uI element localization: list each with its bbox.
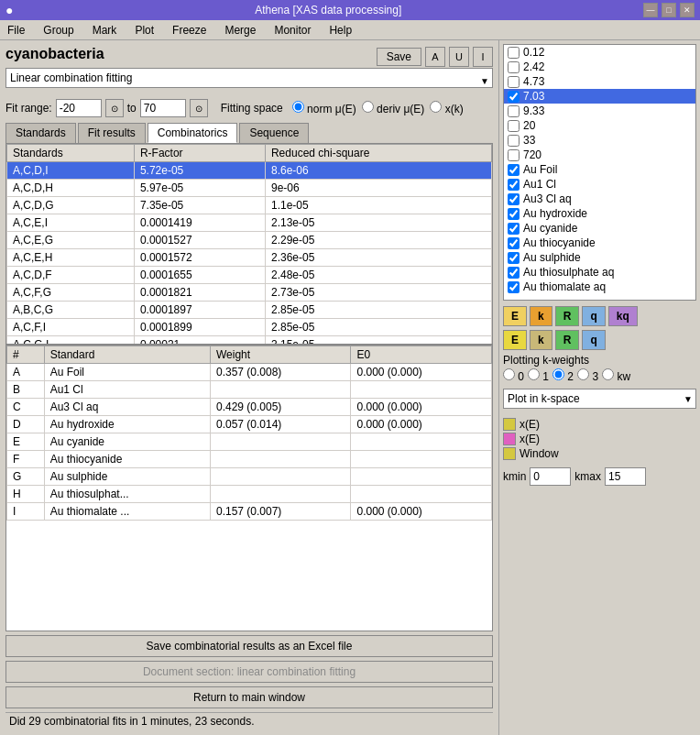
table-row[interactable]: A,C,E,I0.00014192.13e-05 (7, 214, 492, 232)
radio-norm[interactable] (292, 101, 304, 113)
list-item-checkbox[interactable] (508, 135, 520, 147)
kweight-label-1[interactable]: 1 (528, 368, 549, 383)
close-button[interactable]: ✕ (680, 3, 695, 17)
list-item-checkbox[interactable] (508, 281, 520, 293)
menubar-item-help[interactable]: Help (325, 22, 355, 38)
menubar-item-monitor[interactable]: Monitor (270, 22, 314, 38)
table-row[interactable]: A,B,C,G0.00018972.85e-05 (7, 302, 492, 319)
mode-dropdown[interactable]: Linear combination fitting (5, 68, 493, 88)
kweight-label-0[interactable]: 0 (503, 368, 524, 383)
list-item[interactable]: 4.73 (504, 74, 695, 89)
kweight-label-3[interactable]: 3 (577, 368, 598, 383)
list-item[interactable]: 33 (504, 133, 695, 148)
radio-deriv-label[interactable]: deriv μ(E) (362, 101, 425, 115)
tab-sequence[interactable]: Sequence (239, 123, 309, 143)
table-row[interactable]: A,C,G,I0.000213.15e-05 (7, 336, 492, 346)
list-item-checkbox[interactable] (508, 193, 520, 205)
list-item[interactable]: 7.03 (504, 89, 695, 104)
table-row[interactable]: HAu thiosulphat... (7, 486, 492, 503)
plot-btn-kq-0[interactable]: kq (608, 306, 638, 326)
list-item[interactable]: Au thiocyanide (504, 236, 695, 250)
kweight-radio-kw[interactable] (602, 368, 614, 380)
list-item-checkbox[interactable] (508, 252, 520, 264)
table-row[interactable]: EAu cyanide (7, 433, 492, 451)
table-row[interactable]: A,C,D,H5.97e-059e-06 (7, 180, 492, 197)
list-item[interactable]: Au thiomalate aq (504, 280, 695, 294)
menubar-item-group[interactable]: Group (39, 22, 77, 38)
plot-btn-q-0[interactable]: q (582, 306, 605, 326)
save-button[interactable]: Save (377, 48, 421, 66)
list-item-checkbox[interactable] (508, 164, 520, 176)
list-item-checkbox[interactable] (508, 223, 520, 235)
table-row[interactable]: A,C,F,G0.00018212.73e-05 (7, 284, 492, 302)
list-item-checkbox[interactable] (508, 267, 520, 279)
table-row[interactable]: A,C,D,I5.72e-058.6e-06 (7, 162, 492, 180)
list-item[interactable]: 9.33 (504, 104, 695, 118)
table-row[interactable]: CAu3 Cl aq0.429 (0.005)0.000 (0.000) (7, 399, 492, 416)
i-button[interactable]: I (473, 47, 493, 67)
u-button[interactable]: U (449, 47, 469, 67)
list-item-checkbox[interactable] (508, 120, 520, 132)
list-item[interactable]: 720 (504, 148, 695, 162)
table-row[interactable]: A,C,D,G7.35e-051.1e-05 (7, 197, 492, 214)
table-row[interactable]: A,C,E,H0.00015722.36e-05 (7, 249, 492, 267)
plot-btn-r-1[interactable]: R (555, 330, 580, 350)
menubar-item-file[interactable]: File (4, 22, 28, 38)
return-button[interactable]: Return to main window (5, 686, 493, 708)
tab-standards[interactable]: Standards (5, 123, 76, 143)
table-row[interactable]: GAu sulphide (7, 468, 492, 486)
kmin-input[interactable] (530, 467, 571, 486)
kweight-radio-1[interactable] (528, 368, 540, 380)
list-item-checkbox[interactable] (508, 76, 520, 88)
list-item[interactable]: Au cyanide (504, 221, 695, 236)
bottom-table-container[interactable]: #StandardWeightE0AAu Foil0.357 (0.008)0.… (6, 346, 492, 631)
list-item[interactable]: Au Foil (504, 162, 695, 177)
list-item[interactable]: Au3 Cl aq (504, 192, 695, 206)
maximize-button[interactable]: □ (662, 3, 676, 17)
top-table-container[interactable]: StandardsR-FactorReduced chi-squareA,C,D… (6, 144, 492, 346)
radio-norm-label[interactable]: norm μ(E) (292, 101, 356, 115)
fit-to-btn[interactable]: ⊙ (190, 99, 208, 117)
table-row[interactable]: AAu Foil0.357 (0.008)0.000 (0.000) (7, 364, 492, 381)
plot-btn-q-1[interactable]: q (582, 330, 605, 350)
list-item-checkbox[interactable] (508, 91, 520, 103)
plot-btn-k-0[interactable]: k (530, 306, 552, 326)
list-item[interactable]: Au hydroxide (504, 206, 695, 221)
kweight-radio-2[interactable] (552, 368, 564, 380)
list-item-checkbox[interactable] (508, 237, 520, 249)
list-item-checkbox[interactable] (508, 47, 520, 59)
plot-space-dropdown[interactable]: Plot in k-space (503, 389, 696, 409)
list-item[interactable]: 2.42 (504, 60, 695, 74)
radio-xk[interactable] (430, 101, 442, 113)
tab-fit-results[interactable]: Fit results (78, 123, 146, 143)
table-row[interactable]: BAu1 Cl (7, 381, 492, 399)
list-item-checkbox[interactable] (508, 208, 520, 220)
list-item[interactable]: Au sulphide (504, 250, 695, 265)
list-item-checkbox[interactable] (508, 149, 520, 161)
fit-to-input[interactable] (140, 99, 186, 117)
table-row[interactable]: A,C,E,G0.00015272.29e-05 (7, 232, 492, 249)
fit-from-input[interactable] (56, 99, 102, 117)
a-button[interactable]: A (425, 47, 445, 67)
table-row[interactable]: A,C,F,I0.00018992.85e-05 (7, 319, 492, 336)
kweight-label-2[interactable]: 2 (552, 368, 574, 383)
menubar-item-plot[interactable]: Plot (131, 22, 158, 38)
menubar-item-mark[interactable]: Mark (89, 22, 121, 38)
fit-from-btn[interactable]: ⊙ (105, 99, 124, 117)
plot-btn-k-1[interactable]: k (530, 330, 552, 350)
list-item[interactable]: Au thiosulphate aq (504, 265, 695, 280)
table-row[interactable]: DAu hydroxide0.057 (0.014)0.000 (0.000) (7, 416, 492, 433)
list-item-checkbox[interactable] (508, 179, 520, 191)
list-item-checkbox[interactable] (508, 61, 520, 73)
kweight-radio-0[interactable] (503, 368, 515, 380)
kweight-label-kw[interactable]: kw (602, 368, 630, 383)
tab-combinatorics[interactable]: Combinatorics (148, 123, 238, 143)
plot-btn-r-0[interactable]: R (555, 306, 580, 326)
list-item[interactable]: 0.12 (504, 45, 695, 60)
list-item[interactable]: Au1 Cl (504, 177, 695, 192)
kmax-input[interactable] (605, 467, 646, 486)
list-item[interactable]: 20 (504, 118, 695, 133)
table-row[interactable]: IAu thiomalate ...0.157 (0.007)0.000 (0.… (7, 503, 492, 521)
minimize-button[interactable]: — (643, 3, 658, 17)
radio-xk-label[interactable]: x(k) (430, 101, 463, 115)
